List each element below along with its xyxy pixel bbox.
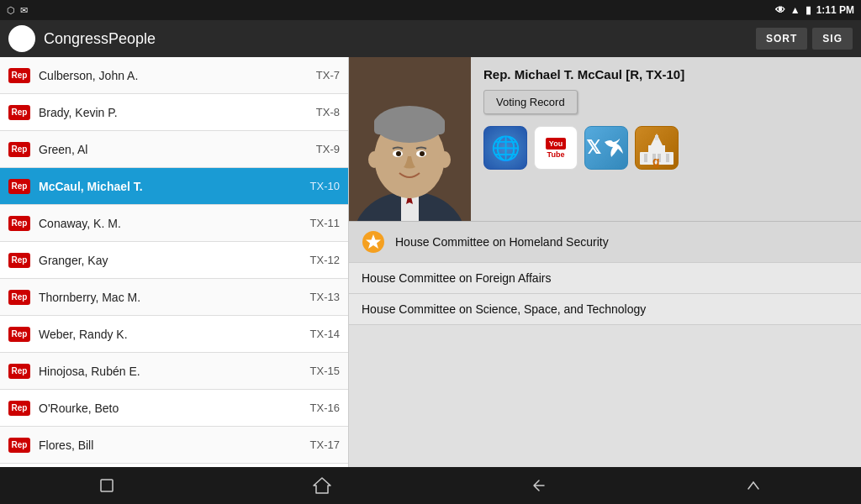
list-item[interactable]: RepThornberry, Mac M.TX-13 xyxy=(0,279,348,316)
sort-button[interactable]: SORT xyxy=(756,28,807,50)
svg-rect-25 xyxy=(101,480,113,491)
member-district: TX-8 xyxy=(316,106,340,118)
party-badge: Rep xyxy=(8,364,30,379)
twitter-svg xyxy=(601,135,626,160)
star-icon xyxy=(362,230,385,254)
committee-name: House Committee on Foreign Affairs xyxy=(362,271,551,285)
back-icon xyxy=(527,475,547,496)
party-badge: Rep xyxy=(8,327,30,342)
member-name: Green, Al xyxy=(39,143,309,156)
battery-icon: ▮ xyxy=(806,4,811,16)
party-badge: Rep xyxy=(8,438,30,453)
member-district: TX-12 xyxy=(310,254,340,266)
status-right-icons: 👁 ▲ ▮ 1:11 PM xyxy=(775,4,854,16)
list-item[interactable]: RepGreen, AlTX-9 xyxy=(0,131,348,168)
list-item[interactable]: RepBrady, Kevin P.TX-8 xyxy=(0,94,348,131)
menu-up-icon xyxy=(743,475,763,496)
member-district: TX-14 xyxy=(310,328,340,340)
recent-apps-icon xyxy=(98,476,116,495)
svg-marker-26 xyxy=(314,478,330,493)
wifi-icon: ▲ xyxy=(790,4,800,16)
member-district: TX-7 xyxy=(316,69,340,81)
svg-point-11 xyxy=(420,151,425,156)
svg-point-13 xyxy=(439,151,451,168)
list-item[interactable]: RepGranger, KayTX-12 xyxy=(0,242,348,279)
member-name: Thornberry, Mac M. xyxy=(39,291,304,304)
svg-text:g: g xyxy=(652,155,660,168)
app-title: CongressPeople xyxy=(44,30,751,48)
rep-photo-svg xyxy=(349,57,471,221)
member-name: McCaul, Michael T. xyxy=(39,180,304,193)
nav-bar xyxy=(0,467,861,504)
member-district: TX-16 xyxy=(310,402,340,414)
rep-photo xyxy=(349,57,471,221)
email-icon: ✉ xyxy=(20,5,28,16)
party-badge: Rep xyxy=(8,401,30,416)
rep-info: Rep. Michael T. McCaul [R, TX-10] Voting… xyxy=(471,57,861,221)
recent-apps-button[interactable] xyxy=(72,470,141,501)
party-badge: Rep xyxy=(8,105,30,120)
party-badge: Rep xyxy=(8,179,30,194)
govtrack-svg: g xyxy=(636,127,678,169)
committee-item[interactable]: House Committee on Homeland Security xyxy=(349,222,861,263)
committee-item[interactable]: House Committee on Foreign Affairs xyxy=(349,263,861,294)
voting-record-button[interactable]: Voting Record xyxy=(483,90,578,114)
member-district: TX-13 xyxy=(310,291,340,303)
member-name: Hinojosa, Rubén E. xyxy=(39,365,304,378)
committee-name: House Committee on Homeland Security xyxy=(395,235,609,249)
list-item[interactable]: RepConaway, K. M.TX-11 xyxy=(0,205,348,242)
member-name: Weber, Randy K. xyxy=(39,328,304,341)
member-name: Brady, Kevin P. xyxy=(39,106,309,119)
home-button[interactable] xyxy=(287,469,357,502)
committee-name: House Committee on Science, Space, and T… xyxy=(362,302,646,316)
youtube-icon[interactable]: You Tube xyxy=(534,126,578,170)
svg-rect-18 xyxy=(644,154,647,162)
status-left-icons: ⬡ ✉ xyxy=(7,5,28,16)
govtrack-icon[interactable]: g xyxy=(635,126,679,170)
menu-up-button[interactable] xyxy=(718,469,789,502)
back-button[interactable] xyxy=(502,469,573,502)
youtube-top-label: You xyxy=(546,138,566,150)
web-icon[interactable] xyxy=(483,126,527,170)
committee-item[interactable]: House Committee on Science, Space, and T… xyxy=(349,294,861,325)
party-badge: Rep xyxy=(8,216,30,231)
party-badge: Rep xyxy=(8,142,30,157)
twitter-icon[interactable] xyxy=(584,126,628,170)
member-name: Culberson, John A. xyxy=(39,69,309,82)
svg-point-12 xyxy=(368,151,380,168)
party-badge: Rep xyxy=(8,68,30,83)
status-bar: ⬡ ✉ 👁 ▲ ▮ 1:11 PM xyxy=(0,0,861,20)
member-name: Conaway, K. M. xyxy=(39,217,304,230)
home-icon xyxy=(312,475,332,496)
app-icon: ⚖ xyxy=(8,25,35,52)
list-item[interactable]: RepFlores, BillTX-17 xyxy=(0,427,348,464)
eye-icon: 👁 xyxy=(775,4,785,16)
main-content: RepCulberson, John A.TX-7RepBrady, Kevin… xyxy=(0,57,861,467)
svg-rect-7 xyxy=(374,118,445,134)
detail-panel: Rep. Michael T. McCaul [R, TX-10] Voting… xyxy=(349,57,861,467)
list-item[interactable]: RepMcCaul, Michael T.TX-10 xyxy=(0,168,348,205)
list-item[interactable]: RepJackson Lee, SheilaTX-18 xyxy=(0,464,348,467)
sig-button[interactable]: SIG xyxy=(812,28,853,50)
time-display: 1:11 PM xyxy=(816,4,854,16)
svg-point-10 xyxy=(396,151,401,156)
rep-name: Rep. Michael T. McCaul [R, TX-10] xyxy=(483,67,848,81)
congress-list: RepCulberson, John A.TX-7RepBrady, Kevin… xyxy=(0,57,349,467)
profile-area: Rep. Michael T. McCaul [R, TX-10] Voting… xyxy=(349,57,861,222)
social-icons: You Tube xyxy=(483,126,848,170)
member-district: TX-10 xyxy=(310,180,340,192)
list-item[interactable]: RepO'Rourke, BetoTX-16 xyxy=(0,390,348,427)
usb-icon: ⬡ xyxy=(7,5,15,16)
party-badge: Rep xyxy=(8,290,30,305)
committees-area: House Committee on Homeland SecurityHous… xyxy=(349,222,861,467)
member-district: TX-9 xyxy=(316,143,340,155)
top-bar: ⚖ CongressPeople SORT SIG xyxy=(0,20,861,57)
member-name: Flores, Bill xyxy=(39,438,304,452)
svg-rect-17 xyxy=(655,135,658,140)
member-name: Granger, Kay xyxy=(39,254,304,267)
list-item[interactable]: RepWeber, Randy K.TX-14 xyxy=(0,316,348,353)
svg-rect-15 xyxy=(648,145,665,154)
member-district: TX-17 xyxy=(310,438,340,451)
list-item[interactable]: RepCulberson, John A.TX-7 xyxy=(0,57,348,94)
list-item[interactable]: RepHinojosa, Rubén E.TX-15 xyxy=(0,353,348,390)
